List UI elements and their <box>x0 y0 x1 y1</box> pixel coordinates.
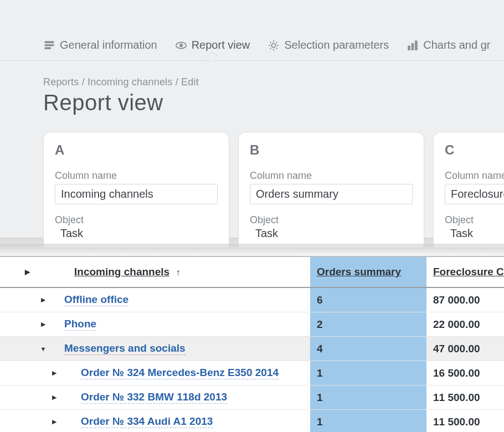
cell-foreclosure: 22 000.00 <box>426 318 504 331</box>
table-row: ▶Order № 334 Audi A1 2013111 500.00 <box>0 410 504 432</box>
svg-point-5 <box>272 43 276 47</box>
svg-rect-8 <box>415 40 418 50</box>
cell-channel: ▼Messengers and socials <box>0 342 310 355</box>
cell-orders: 2 <box>310 312 426 336</box>
breadcrumb[interactable]: Reports / Incoming channels / Edit <box>43 76 504 88</box>
tabs-bar: General information Report view Selectio… <box>0 0 504 61</box>
row-link[interactable]: Order № 324 Mercedes-Benz E350 2014 <box>81 367 279 379</box>
cell-channel: ▶Offline office <box>0 294 310 306</box>
cell-orders: 4 <box>310 337 426 361</box>
expand-icon[interactable]: ▶ <box>50 369 59 377</box>
cell-orders: 1 <box>310 410 426 432</box>
cell-foreclosure: 11 500.00 <box>426 392 504 404</box>
column-name-input[interactable] <box>55 184 218 204</box>
expand-icon[interactable]: ▶ <box>50 418 59 425</box>
report-table: ▶ Incoming channels ↑ Orders summary For… <box>0 256 504 432</box>
tab-label: Charts and gr <box>423 39 490 52</box>
column-card-b: B Column name Object Task <box>238 132 424 248</box>
column-object-value: Task <box>55 226 218 248</box>
column-object-label: Object <box>445 214 504 226</box>
column-letter: B <box>250 142 413 158</box>
expand-icon[interactable]: ▶ <box>39 296 48 304</box>
column-letter: C <box>445 142 504 158</box>
column-name-input[interactable] <box>445 184 504 204</box>
cell-orders: 1 <box>310 385 426 409</box>
column-card-c: C Column name Object Task <box>433 132 504 248</box>
expand-icon[interactable]: ▶ <box>39 321 48 328</box>
cell-orders: 6 <box>310 288 426 312</box>
cell-orders: 1 <box>310 361 426 385</box>
tab-general-information[interactable]: General information <box>43 39 157 60</box>
gear-icon <box>268 39 280 52</box>
collapse-icon[interactable]: ▼ <box>39 346 48 352</box>
cell-foreclosure: 87 000.00 <box>426 294 504 306</box>
tab-charts-and-graphs[interactable]: Charts and gr <box>407 39 490 60</box>
page-title: Report view <box>43 90 504 115</box>
table-header-incoming: ▶ Incoming channels ↑ <box>0 266 310 278</box>
table-header-foreclosure[interactable]: Foreclosure Co <box>426 266 504 278</box>
svg-rect-1 <box>45 44 54 46</box>
row-link[interactable]: Offline office <box>64 294 128 306</box>
cell-channel: ▶Phone <box>0 318 310 331</box>
column-letter: A <box>55 142 218 158</box>
row-link[interactable]: Order № 332 BMW 118d 2013 <box>81 391 227 404</box>
column-card-a: A Column name Object Task <box>43 132 229 248</box>
table-header-row: ▶ Incoming channels ↑ Orders summary For… <box>0 257 504 288</box>
cell-channel: ▶Order № 332 BMW 118d 2013 <box>0 391 310 404</box>
tab-selection-parameters[interactable]: Selection parameters <box>268 39 389 60</box>
table-header-orders[interactable]: Orders summary <box>310 257 426 287</box>
column-name-label: Column name <box>55 170 218 182</box>
svg-rect-6 <box>408 45 410 49</box>
table-row: ▶Order № 332 BMW 118d 2013111 500.00 <box>0 385 504 410</box>
cell-channel: ▶Order № 324 Mercedes-Benz E350 2014 <box>0 367 310 379</box>
column-header-link[interactable]: Incoming channels <box>74 266 169 277</box>
column-object-value: Task <box>445 226 504 248</box>
column-cards-row: A Column name Object Task B Column name … <box>0 115 504 248</box>
svg-rect-2 <box>45 47 51 49</box>
table-row: ▶Order № 324 Mercedes-Benz E350 2014116 … <box>0 361 504 385</box>
cell-channel: ▶Order № 334 Audi A1 2013 <box>0 415 310 428</box>
tab-label: Report view <box>192 39 250 52</box>
svg-rect-7 <box>412 43 414 50</box>
eye-icon <box>175 39 187 52</box>
column-name-label: Column name <box>250 170 413 182</box>
tab-label: General information <box>60 39 157 52</box>
tab-report-view[interactable]: Report view <box>175 39 250 60</box>
cell-foreclosure: 11 500.00 <box>426 416 504 428</box>
column-object-value: Task <box>250 226 413 248</box>
cell-foreclosure: 47 000.00 <box>426 343 504 355</box>
list-icon <box>43 39 55 52</box>
table-body: ▶Offline office687 000.00▶Phone222 000.0… <box>0 288 504 432</box>
sort-asc-icon[interactable]: ↑ <box>176 268 180 277</box>
table-row: ▼Messengers and socials447 000.00 <box>0 337 504 361</box>
row-link[interactable]: Order № 334 Audi A1 2013 <box>81 415 213 428</box>
tab-label: Selection parameters <box>284 39 389 52</box>
expand-icon[interactable]: ▶ <box>50 394 59 401</box>
row-link[interactable]: Phone <box>64 318 96 331</box>
svg-rect-0 <box>45 41 54 43</box>
column-name-input[interactable] <box>250 184 413 204</box>
expand-all-toggle[interactable]: ▶ <box>25 268 30 276</box>
table-row: ▶Phone222 000.00 <box>0 312 504 337</box>
column-object-label: Object <box>55 214 218 226</box>
row-link[interactable]: Messengers and socials <box>64 342 186 355</box>
bar-chart-icon <box>407 39 419 52</box>
cell-foreclosure: 16 500.00 <box>426 367 504 379</box>
svg-point-4 <box>179 44 183 47</box>
column-object-label: Object <box>250 214 413 226</box>
column-name-label: Column name <box>445 170 504 182</box>
table-row: ▶Offline office687 000.00 <box>0 288 504 312</box>
header-area: Reports / Incoming channels / Edit Repor… <box>0 61 504 115</box>
